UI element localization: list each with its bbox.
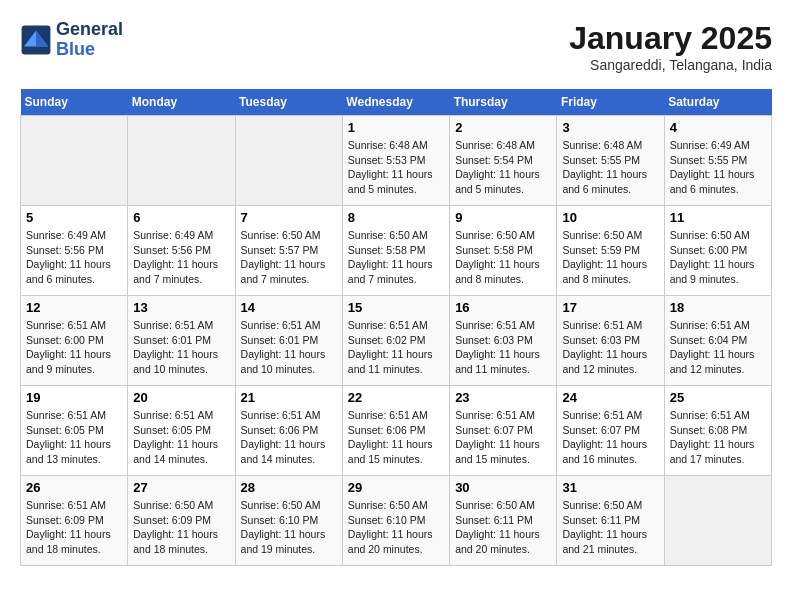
calendar-cell [128,116,235,206]
weekday-tuesday: Tuesday [235,89,342,116]
day-number: 21 [241,390,337,405]
day-number: 11 [670,210,766,225]
weekday-header-row: SundayMondayTuesdayWednesdayThursdayFrid… [21,89,772,116]
day-number: 22 [348,390,444,405]
day-info: Sunrise: 6:50 AM Sunset: 6:10 PM Dayligh… [348,498,444,557]
month-title: January 2025 [569,20,772,57]
calendar-week-3: 12Sunrise: 6:51 AM Sunset: 6:00 PM Dayli… [21,296,772,386]
day-info: Sunrise: 6:50 AM Sunset: 6:10 PM Dayligh… [241,498,337,557]
day-info: Sunrise: 6:50 AM Sunset: 5:58 PM Dayligh… [348,228,444,287]
day-number: 13 [133,300,229,315]
calendar-cell: 6Sunrise: 6:49 AM Sunset: 5:56 PM Daylig… [128,206,235,296]
calendar-cell [664,476,771,566]
calendar-table: SundayMondayTuesdayWednesdayThursdayFrid… [20,89,772,566]
logo-text-blue: Blue [56,40,123,60]
calendar-cell: 14Sunrise: 6:51 AM Sunset: 6:01 PM Dayli… [235,296,342,386]
day-number: 4 [670,120,766,135]
day-number: 1 [348,120,444,135]
page-header: General Blue January 2025 Sangareddi, Te… [20,20,772,73]
day-info: Sunrise: 6:50 AM Sunset: 6:00 PM Dayligh… [670,228,766,287]
day-info: Sunrise: 6:50 AM Sunset: 6:11 PM Dayligh… [562,498,658,557]
day-number: 2 [455,120,551,135]
calendar-cell: 25Sunrise: 6:51 AM Sunset: 6:08 PM Dayli… [664,386,771,476]
calendar-cell: 4Sunrise: 6:49 AM Sunset: 5:55 PM Daylig… [664,116,771,206]
day-info: Sunrise: 6:51 AM Sunset: 6:06 PM Dayligh… [241,408,337,467]
day-number: 28 [241,480,337,495]
day-info: Sunrise: 6:50 AM Sunset: 6:11 PM Dayligh… [455,498,551,557]
calendar-cell: 8Sunrise: 6:50 AM Sunset: 5:58 PM Daylig… [342,206,449,296]
day-info: Sunrise: 6:51 AM Sunset: 6:01 PM Dayligh… [133,318,229,377]
calendar-cell: 17Sunrise: 6:51 AM Sunset: 6:03 PM Dayli… [557,296,664,386]
day-number: 3 [562,120,658,135]
day-info: Sunrise: 6:48 AM Sunset: 5:53 PM Dayligh… [348,138,444,197]
day-number: 31 [562,480,658,495]
calendar-cell: 27Sunrise: 6:50 AM Sunset: 6:09 PM Dayli… [128,476,235,566]
logo: General Blue [20,20,123,60]
calendar-cell: 20Sunrise: 6:51 AM Sunset: 6:05 PM Dayli… [128,386,235,476]
location-subtitle: Sangareddi, Telangana, India [569,57,772,73]
calendar-cell: 13Sunrise: 6:51 AM Sunset: 6:01 PM Dayli… [128,296,235,386]
calendar-cell: 31Sunrise: 6:50 AM Sunset: 6:11 PM Dayli… [557,476,664,566]
day-info: Sunrise: 6:50 AM Sunset: 5:59 PM Dayligh… [562,228,658,287]
day-number: 14 [241,300,337,315]
day-number: 18 [670,300,766,315]
day-number: 9 [455,210,551,225]
day-number: 25 [670,390,766,405]
day-number: 12 [26,300,122,315]
day-number: 15 [348,300,444,315]
day-info: Sunrise: 6:51 AM Sunset: 6:00 PM Dayligh… [26,318,122,377]
day-number: 24 [562,390,658,405]
calendar-cell [21,116,128,206]
day-info: Sunrise: 6:49 AM Sunset: 5:56 PM Dayligh… [26,228,122,287]
calendar-cell: 16Sunrise: 6:51 AM Sunset: 6:03 PM Dayli… [450,296,557,386]
day-info: Sunrise: 6:50 AM Sunset: 6:09 PM Dayligh… [133,498,229,557]
calendar-cell: 23Sunrise: 6:51 AM Sunset: 6:07 PM Dayli… [450,386,557,476]
day-number: 30 [455,480,551,495]
day-info: Sunrise: 6:51 AM Sunset: 6:07 PM Dayligh… [455,408,551,467]
calendar-cell: 22Sunrise: 6:51 AM Sunset: 6:06 PM Dayli… [342,386,449,476]
day-number: 29 [348,480,444,495]
day-info: Sunrise: 6:51 AM Sunset: 6:03 PM Dayligh… [455,318,551,377]
day-number: 5 [26,210,122,225]
day-number: 6 [133,210,229,225]
day-info: Sunrise: 6:51 AM Sunset: 6:01 PM Dayligh… [241,318,337,377]
logo-icon [20,24,52,56]
calendar-cell: 30Sunrise: 6:50 AM Sunset: 6:11 PM Dayli… [450,476,557,566]
day-info: Sunrise: 6:48 AM Sunset: 5:55 PM Dayligh… [562,138,658,197]
day-number: 27 [133,480,229,495]
day-number: 26 [26,480,122,495]
calendar-cell: 5Sunrise: 6:49 AM Sunset: 5:56 PM Daylig… [21,206,128,296]
calendar-week-1: 1Sunrise: 6:48 AM Sunset: 5:53 PM Daylig… [21,116,772,206]
calendar-cell: 9Sunrise: 6:50 AM Sunset: 5:58 PM Daylig… [450,206,557,296]
day-info: Sunrise: 6:51 AM Sunset: 6:05 PM Dayligh… [133,408,229,467]
day-number: 10 [562,210,658,225]
calendar-cell: 10Sunrise: 6:50 AM Sunset: 5:59 PM Dayli… [557,206,664,296]
day-number: 17 [562,300,658,315]
calendar-cell: 15Sunrise: 6:51 AM Sunset: 6:02 PM Dayli… [342,296,449,386]
weekday-wednesday: Wednesday [342,89,449,116]
weekday-friday: Friday [557,89,664,116]
day-info: Sunrise: 6:50 AM Sunset: 5:58 PM Dayligh… [455,228,551,287]
day-info: Sunrise: 6:51 AM Sunset: 6:05 PM Dayligh… [26,408,122,467]
weekday-thursday: Thursday [450,89,557,116]
day-info: Sunrise: 6:50 AM Sunset: 5:57 PM Dayligh… [241,228,337,287]
weekday-monday: Monday [128,89,235,116]
weekday-saturday: Saturday [664,89,771,116]
day-number: 7 [241,210,337,225]
day-number: 19 [26,390,122,405]
day-info: Sunrise: 6:49 AM Sunset: 5:56 PM Dayligh… [133,228,229,287]
calendar-cell: 7Sunrise: 6:50 AM Sunset: 5:57 PM Daylig… [235,206,342,296]
logo-text-general: General [56,20,123,40]
day-info: Sunrise: 6:51 AM Sunset: 6:06 PM Dayligh… [348,408,444,467]
calendar-week-4: 19Sunrise: 6:51 AM Sunset: 6:05 PM Dayli… [21,386,772,476]
calendar-cell [235,116,342,206]
day-number: 20 [133,390,229,405]
calendar-cell: 29Sunrise: 6:50 AM Sunset: 6:10 PM Dayli… [342,476,449,566]
calendar-body: 1Sunrise: 6:48 AM Sunset: 5:53 PM Daylig… [21,116,772,566]
calendar-cell: 11Sunrise: 6:50 AM Sunset: 6:00 PM Dayli… [664,206,771,296]
calendar-cell: 28Sunrise: 6:50 AM Sunset: 6:10 PM Dayli… [235,476,342,566]
calendar-cell: 26Sunrise: 6:51 AM Sunset: 6:09 PM Dayli… [21,476,128,566]
day-info: Sunrise: 6:51 AM Sunset: 6:02 PM Dayligh… [348,318,444,377]
day-info: Sunrise: 6:48 AM Sunset: 5:54 PM Dayligh… [455,138,551,197]
calendar-cell: 24Sunrise: 6:51 AM Sunset: 6:07 PM Dayli… [557,386,664,476]
